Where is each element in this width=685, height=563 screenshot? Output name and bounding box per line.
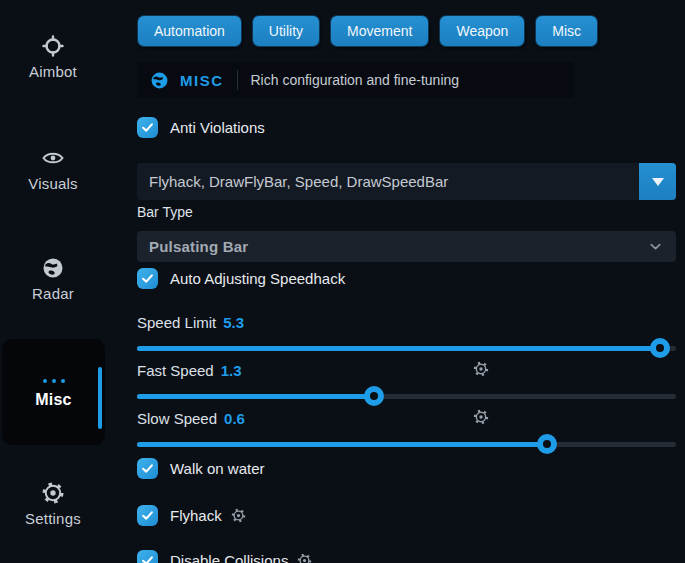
checkbox-label: Flyhack (170, 507, 222, 524)
fast-speed-slider[interactable] (137, 386, 676, 406)
walk-on-water-checkbox[interactable] (137, 458, 158, 479)
flyhack-row: Flyhack (137, 504, 676, 526)
gear-icon[interactable] (473, 361, 489, 380)
globe-icon (41, 256, 65, 280)
slider-thumb[interactable] (537, 434, 557, 454)
slider-value: 5.3 (223, 314, 244, 331)
flags-multiselect[interactable]: Flyhack, DrawFlyBar, Speed, DrawSpeedBar (137, 163, 676, 200)
slider-thumb[interactable] (364, 386, 384, 406)
slider-value: 0.6 (224, 410, 245, 427)
checkbox-label: Walk on water (170, 460, 264, 477)
tab-utility[interactable]: Utility (252, 15, 320, 47)
checkbox-label: Disable Collisions (170, 552, 288, 563)
multiselect-value: Flyhack, DrawFlyBar, Speed, DrawSpeedBar (137, 173, 639, 190)
slider-thumb[interactable] (650, 338, 670, 358)
active-indicator-bar (98, 367, 102, 429)
tab-movement[interactable]: Movement (330, 15, 429, 47)
sidebar-item-label: Visuals (28, 175, 77, 192)
gear-icon[interactable] (297, 553, 312, 563)
slider-label: Fast Speed (137, 362, 214, 379)
slow-speed-label-row: Slow Speed 0.6 (137, 409, 676, 427)
gear-icon[interactable] (473, 409, 489, 428)
auto-adjusting-row: Auto Adjusting Speedhack (137, 267, 676, 289)
walk-on-water-row: Walk on water (137, 457, 676, 479)
slider-fill (137, 442, 547, 447)
checkbox-label: Anti Violations (170, 119, 265, 136)
dropdown-open-button[interactable] (639, 163, 676, 200)
bar-type-select[interactable]: Pulsating Bar (137, 231, 676, 262)
auto-adjusting-checkbox[interactable] (137, 268, 158, 289)
chevron-down-icon (647, 238, 664, 255)
anti-violations-row: Anti Violations (137, 116, 676, 138)
section-header: MISC Rich configuration and fine-tuning (137, 62, 574, 98)
flyhack-checkbox[interactable] (137, 505, 158, 526)
sidebar-item-visuals[interactable]: Visuals (3, 146, 103, 192)
main-panel: Automation Utility Movement Weapon Misc … (137, 0, 676, 563)
ellipsis-icon (43, 376, 65, 386)
sidebar-item-label: Misc (35, 391, 71, 409)
section-subtitle: Rich configuration and fine-tuning (251, 72, 460, 88)
gear-icon[interactable] (231, 508, 246, 523)
slider-label: Slow Speed (137, 410, 217, 427)
slider-value: 1.3 (221, 362, 242, 379)
sidebar-item-radar[interactable]: Radar (3, 256, 103, 302)
divider (237, 70, 238, 90)
sidebar-item-aimbot[interactable]: Aimbot (3, 34, 103, 80)
anti-violations-checkbox[interactable] (137, 117, 158, 138)
slider-fill (137, 394, 374, 399)
eye-icon (41, 146, 65, 170)
speed-limit-label-row: Speed Limit 5.3 (137, 313, 676, 331)
tab-automation[interactable]: Automation (137, 15, 242, 47)
sidebar-item-misc[interactable]: Misc (2, 339, 105, 445)
tab-misc[interactable]: Misc (535, 15, 598, 47)
sidebar-item-label: Aimbot (29, 63, 77, 80)
sidebar-item-label: Settings (25, 510, 81, 527)
disable-collisions-checkbox[interactable] (137, 550, 158, 563)
globe-icon (150, 71, 169, 90)
sidebar-item-settings[interactable]: Settings (3, 481, 103, 527)
checkbox-label: Auto Adjusting Speedhack (170, 270, 345, 287)
slider-fill (137, 346, 660, 351)
section-title: MISC (180, 72, 224, 89)
speed-limit-slider[interactable] (137, 338, 676, 358)
fast-speed-label-row: Fast Speed 1.3 (137, 361, 676, 379)
select-value: Pulsating Bar (149, 238, 248, 255)
triangle-down-icon (652, 178, 664, 186)
bar-type-label: Bar Type (137, 204, 676, 220)
crosshair-icon (41, 34, 65, 58)
slow-speed-slider[interactable] (137, 434, 676, 454)
sidebar: Aimbot Visuals Radar Misc (0, 0, 125, 563)
gear-icon (41, 481, 65, 505)
category-tabs: Automation Utility Movement Weapon Misc (137, 15, 676, 47)
tab-weapon[interactable]: Weapon (439, 15, 525, 47)
sidebar-item-label: Radar (32, 285, 74, 302)
disable-collisions-row: Disable Collisions (137, 549, 676, 563)
slider-label: Speed Limit (137, 314, 216, 331)
